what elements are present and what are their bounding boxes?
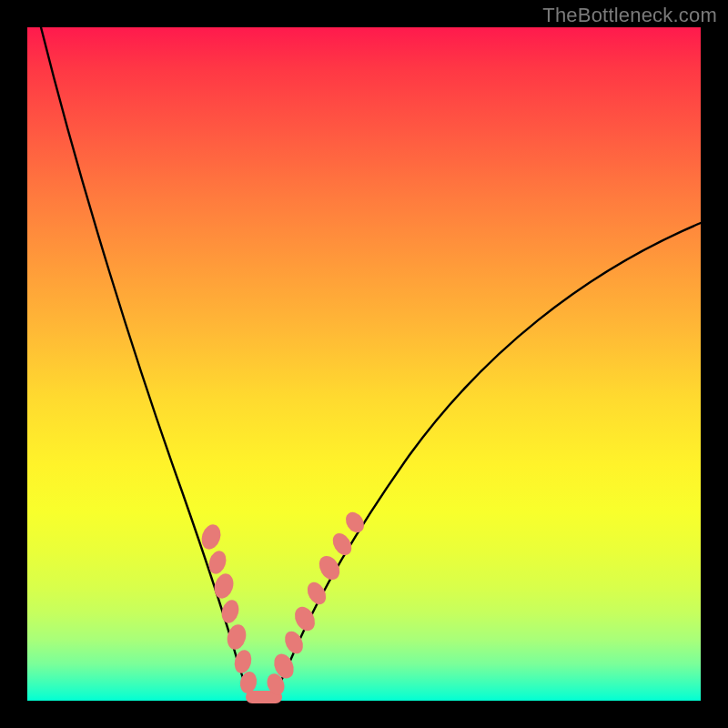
- beads-layer: [198, 509, 368, 703]
- right-branch-path: [271, 223, 701, 701]
- v-curve: [41, 27, 701, 701]
- watermark-text: TheBottleneck.com: [542, 4, 717, 27]
- plot-area: [27, 27, 701, 701]
- beads-left: [198, 522, 258, 695]
- svg-point-13: [315, 552, 344, 583]
- svg-point-3: [219, 598, 241, 625]
- svg-point-2: [211, 571, 237, 602]
- chart-frame: TheBottleneck.com: [0, 0, 728, 728]
- left-branch-path: [41, 27, 253, 701]
- curve-layer: [27, 27, 701, 701]
- beads-right: [264, 509, 368, 697]
- svg-point-12: [304, 579, 330, 608]
